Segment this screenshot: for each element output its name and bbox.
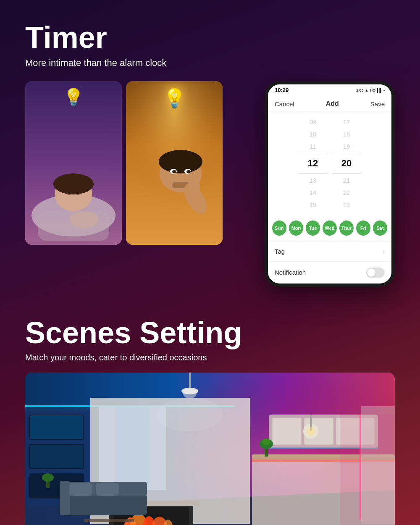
svg-rect-49 (96, 483, 119, 496)
svg-point-3 (53, 173, 94, 194)
svg-rect-63 (340, 415, 395, 525)
bulb-on-icon: 💡 (163, 87, 186, 109)
day-selector[interactable]: Sun Mon Tue Wed Thur Fri Sat (268, 215, 391, 242)
svg-point-67 (183, 388, 197, 399)
status-time: 10:29 (275, 87, 289, 93)
day-wed[interactable]: Wed (323, 220, 337, 236)
svg-rect-27 (30, 445, 83, 468)
min-18: 18 (343, 129, 350, 140)
svg-rect-47 (60, 481, 70, 515)
svg-rect-65 (189, 373, 191, 389)
hour-14: 14 (310, 187, 317, 198)
svg-point-68 (156, 398, 223, 431)
day-mon[interactable]: Mon (289, 220, 303, 236)
timer-section: Timer More intimate than the alarm clock (0, 0, 420, 304)
phone-screen: 10:29 1.00 ▲ HO ▌▌ ▪ Cancel Add Save (268, 84, 391, 284)
svg-point-61 (262, 438, 270, 445)
svg-point-13 (186, 170, 191, 173)
bars-icon: ▌▌ (377, 88, 382, 92)
hour-09: 09 (310, 116, 317, 128)
battery-icon: ▪ (383, 88, 385, 92)
day-tue[interactable]: Tue (306, 220, 320, 236)
timer-title: Timer (25, 21, 395, 54)
sleep-images: 💡 (25, 81, 256, 245)
min-19: 19 (343, 141, 350, 152)
hour-13: 13 (310, 175, 317, 186)
scenes-title: Scenes Setting (25, 316, 395, 349)
status-bar: 10:29 1.00 ▲ HO ▌▌ ▪ (268, 84, 391, 96)
hour-column[interactable]: 09 10 11 12 13 14 15 (296, 116, 330, 210)
signal-icon: 1.00 (356, 88, 364, 92)
svg-rect-56 (272, 418, 302, 445)
notification-row: Notification (268, 261, 391, 284)
tag-arrow-icon: › (383, 248, 385, 255)
minute-column[interactable]: 17 18 19 20 21 22 23 (330, 116, 363, 210)
bulb-off-icon: 💡 (63, 87, 84, 107)
time-picker[interactable]: 09 10 11 12 13 14 15 17 18 19 20 21 (268, 112, 391, 215)
hour-15: 15 (310, 199, 317, 210)
svg-point-12 (172, 170, 176, 173)
day-thur[interactable]: Thur (339, 220, 354, 236)
sleep-image-on: 💡 (126, 81, 223, 245)
svg-point-71 (307, 427, 315, 436)
min-22: 22 (343, 187, 350, 198)
hour-10: 10 (310, 129, 317, 140)
sleep-image-off: 💡 (25, 81, 122, 245)
notification-toggle[interactable] (366, 268, 385, 278)
svg-rect-26 (30, 415, 83, 439)
network-icon: HO (370, 88, 376, 92)
notification-label: Notification (275, 269, 306, 276)
save-button[interactable]: Save (370, 100, 385, 108)
svg-rect-64 (360, 415, 361, 520)
phone-header: Cancel Add Save (268, 96, 391, 112)
day-sat[interactable]: Sat (373, 220, 387, 236)
min-17: 17 (343, 116, 350, 128)
hour-11: 11 (310, 141, 317, 152)
status-icons: 1.00 ▲ HO ▌▌ ▪ (356, 88, 385, 92)
phone-mockup: 10:29 1.00 ▲ HO ▌▌ ▪ Cancel Add Save (265, 81, 395, 287)
add-title: Add (326, 100, 339, 108)
min-21: 21 (343, 175, 350, 186)
day-sun[interactable]: Sun (272, 220, 286, 236)
min-23: 23 (343, 199, 350, 210)
tag-label: Tag (275, 248, 285, 255)
timer-content: 💡 (25, 81, 395, 287)
cancel-button[interactable]: Cancel (275, 100, 294, 108)
scene-image (25, 373, 395, 525)
svg-rect-45 (63, 494, 147, 515)
scenes-section: Scenes Setting Match your moods, cater t… (0, 304, 420, 525)
min-20-selected: 20 (332, 153, 361, 174)
svg-rect-48 (69, 483, 92, 496)
svg-rect-50 (84, 519, 134, 522)
wifi-icon: ▲ (365, 88, 369, 92)
scenes-subtitle: Match your moods, cater to diversified o… (25, 353, 395, 362)
svg-point-29 (42, 473, 54, 482)
svg-rect-34 (99, 406, 116, 490)
svg-point-9 (159, 150, 202, 173)
day-fri[interactable]: Fri (356, 220, 370, 236)
timer-subtitle: More intimate than the alarm clock (25, 58, 395, 68)
tag-row[interactable]: Tag › (268, 242, 391, 261)
svg-rect-5 (38, 211, 109, 241)
hour-12-selected: 12 (298, 153, 328, 174)
